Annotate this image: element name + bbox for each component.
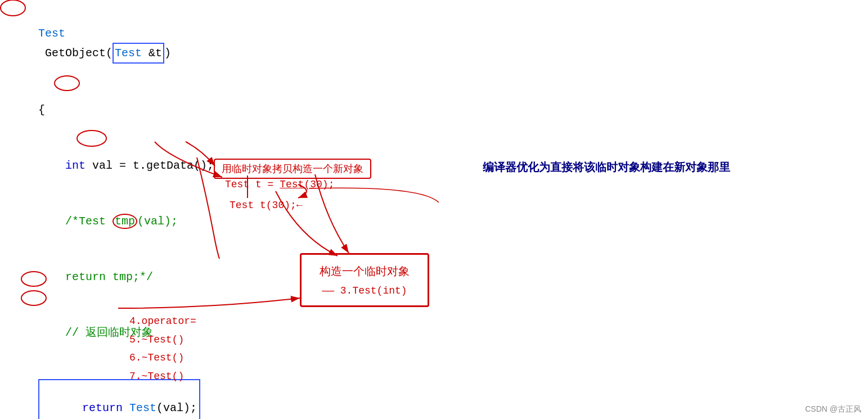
annotation-construct-temp-box: 构造一个临时对象 —— 3.Test(int) — [300, 253, 429, 307]
construct-temp-code: —— 3.Test(int) — [322, 285, 407, 296]
curve-to-right — [309, 188, 439, 202]
return-type: Test — [38, 27, 65, 40]
code-line-4: /*Test tmp(val); — [11, 193, 214, 249]
step-4: 4.operator= — [129, 312, 196, 330]
code-line-1: Test GetObject(Test &t) — [11, 6, 214, 82]
annotation-test-30-line: Test t(30);← — [230, 200, 303, 211]
code-line-5: return tmp;*/ — [11, 249, 214, 305]
code-line-3: int val = t.getData(); — [11, 138, 214, 193]
step-5: 5.~Test() — [129, 331, 196, 349]
annotation-compiler-opt-text: 编译器优化为直接将该临时对象构建在新对象那里 — [483, 160, 730, 175]
annotation-test-eq-line: Test t = Test(30); — [225, 179, 334, 190]
watermark: CSDN @古正风 — [805, 404, 861, 415]
step-6: 6.~Test() — [129, 349, 196, 367]
code-line-2: { — [11, 82, 214, 138]
step-7: 7.~Test() — [129, 367, 196, 385]
annotation-copy-construct-box: 用临时对象拷贝构造一个新对象 — [214, 159, 371, 179]
steps-list: 4.operator= 5.~Test() 6.~Test() 7.~Test(… — [129, 312, 196, 385]
construct-temp-title: 构造一个临时对象 — [320, 264, 410, 279]
param-highlight: Test &t — [113, 43, 164, 64]
